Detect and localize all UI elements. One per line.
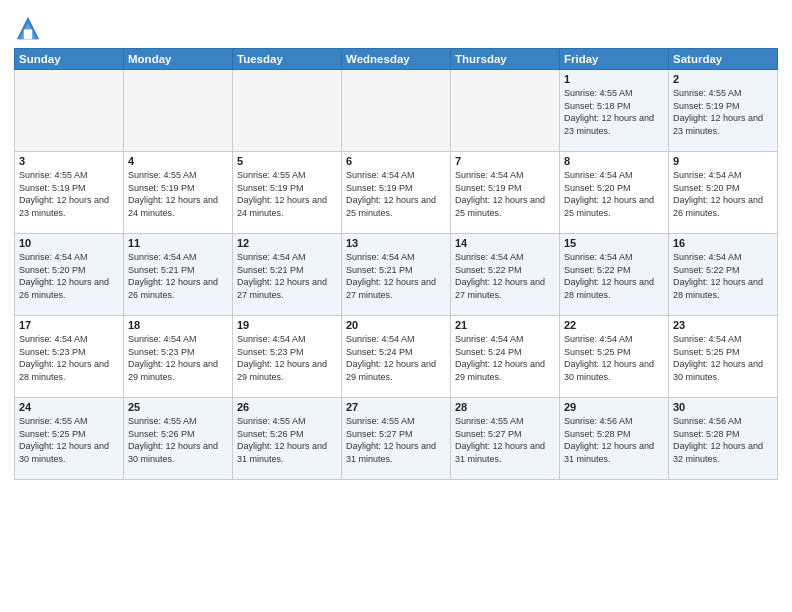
calendar-table: SundayMondayTuesdayWednesdayThursdayFrid…: [14, 48, 778, 480]
day-info: Sunrise: 4:55 AM Sunset: 5:19 PM Dayligh…: [673, 87, 773, 137]
day-number: 20: [346, 319, 446, 331]
day-number: 1: [564, 73, 664, 85]
day-info: Sunrise: 4:54 AM Sunset: 5:22 PM Dayligh…: [564, 251, 664, 301]
day-number: 21: [455, 319, 555, 331]
calendar-page: SundayMondayTuesdayWednesdayThursdayFrid…: [0, 0, 792, 612]
day-info: Sunrise: 4:55 AM Sunset: 5:27 PM Dayligh…: [455, 415, 555, 465]
day-cell: 24Sunrise: 4:55 AM Sunset: 5:25 PM Dayli…: [15, 398, 124, 480]
day-cell: 14Sunrise: 4:54 AM Sunset: 5:22 PM Dayli…: [451, 234, 560, 316]
week-row-2: 10Sunrise: 4:54 AM Sunset: 5:20 PM Dayli…: [15, 234, 778, 316]
day-cell: 20Sunrise: 4:54 AM Sunset: 5:24 PM Dayli…: [342, 316, 451, 398]
day-info: Sunrise: 4:54 AM Sunset: 5:22 PM Dayligh…: [673, 251, 773, 301]
day-number: 12: [237, 237, 337, 249]
day-info: Sunrise: 4:54 AM Sunset: 5:23 PM Dayligh…: [237, 333, 337, 383]
day-cell: 18Sunrise: 4:54 AM Sunset: 5:23 PM Dayli…: [124, 316, 233, 398]
day-cell: 23Sunrise: 4:54 AM Sunset: 5:25 PM Dayli…: [669, 316, 778, 398]
day-number: 8: [564, 155, 664, 167]
day-cell: 7Sunrise: 4:54 AM Sunset: 5:19 PM Daylig…: [451, 152, 560, 234]
day-number: 26: [237, 401, 337, 413]
day-info: Sunrise: 4:54 AM Sunset: 5:25 PM Dayligh…: [564, 333, 664, 383]
day-cell: 16Sunrise: 4:54 AM Sunset: 5:22 PM Dayli…: [669, 234, 778, 316]
day-number: 19: [237, 319, 337, 331]
header: [14, 10, 778, 42]
day-cell: 10Sunrise: 4:54 AM Sunset: 5:20 PM Dayli…: [15, 234, 124, 316]
day-cell: [124, 70, 233, 152]
header-wednesday: Wednesday: [342, 49, 451, 70]
header-sunday: Sunday: [15, 49, 124, 70]
day-number: 24: [19, 401, 119, 413]
day-number: 3: [19, 155, 119, 167]
day-cell: 5Sunrise: 4:55 AM Sunset: 5:19 PM Daylig…: [233, 152, 342, 234]
day-info: Sunrise: 4:55 AM Sunset: 5:19 PM Dayligh…: [128, 169, 228, 219]
header-friday: Friday: [560, 49, 669, 70]
day-cell: 22Sunrise: 4:54 AM Sunset: 5:25 PM Dayli…: [560, 316, 669, 398]
day-info: Sunrise: 4:54 AM Sunset: 5:23 PM Dayligh…: [128, 333, 228, 383]
day-cell: 26Sunrise: 4:55 AM Sunset: 5:26 PM Dayli…: [233, 398, 342, 480]
day-info: Sunrise: 4:54 AM Sunset: 5:21 PM Dayligh…: [346, 251, 446, 301]
day-cell: 8Sunrise: 4:54 AM Sunset: 5:20 PM Daylig…: [560, 152, 669, 234]
header-saturday: Saturday: [669, 49, 778, 70]
day-number: 17: [19, 319, 119, 331]
day-info: Sunrise: 4:54 AM Sunset: 5:20 PM Dayligh…: [564, 169, 664, 219]
day-number: 27: [346, 401, 446, 413]
day-number: 11: [128, 237, 228, 249]
day-cell: 25Sunrise: 4:55 AM Sunset: 5:26 PM Dayli…: [124, 398, 233, 480]
day-cell: 9Sunrise: 4:54 AM Sunset: 5:20 PM Daylig…: [669, 152, 778, 234]
day-cell: 17Sunrise: 4:54 AM Sunset: 5:23 PM Dayli…: [15, 316, 124, 398]
day-number: 13: [346, 237, 446, 249]
day-number: 18: [128, 319, 228, 331]
day-cell: 3Sunrise: 4:55 AM Sunset: 5:19 PM Daylig…: [15, 152, 124, 234]
day-cell: 21Sunrise: 4:54 AM Sunset: 5:24 PM Dayli…: [451, 316, 560, 398]
day-number: 7: [455, 155, 555, 167]
day-info: Sunrise: 4:54 AM Sunset: 5:24 PM Dayligh…: [455, 333, 555, 383]
week-row-3: 17Sunrise: 4:54 AM Sunset: 5:23 PM Dayli…: [15, 316, 778, 398]
day-info: Sunrise: 4:54 AM Sunset: 5:20 PM Dayligh…: [19, 251, 119, 301]
day-info: Sunrise: 4:54 AM Sunset: 5:25 PM Dayligh…: [673, 333, 773, 383]
day-cell: 4Sunrise: 4:55 AM Sunset: 5:19 PM Daylig…: [124, 152, 233, 234]
day-info: Sunrise: 4:54 AM Sunset: 5:19 PM Dayligh…: [455, 169, 555, 219]
day-info: Sunrise: 4:54 AM Sunset: 5:21 PM Dayligh…: [237, 251, 337, 301]
day-number: 25: [128, 401, 228, 413]
day-cell: 6Sunrise: 4:54 AM Sunset: 5:19 PM Daylig…: [342, 152, 451, 234]
day-info: Sunrise: 4:54 AM Sunset: 5:23 PM Dayligh…: [19, 333, 119, 383]
day-info: Sunrise: 4:56 AM Sunset: 5:28 PM Dayligh…: [673, 415, 773, 465]
header-thursday: Thursday: [451, 49, 560, 70]
logo: [14, 14, 44, 42]
day-info: Sunrise: 4:55 AM Sunset: 5:25 PM Dayligh…: [19, 415, 119, 465]
day-number: 16: [673, 237, 773, 249]
day-number: 5: [237, 155, 337, 167]
day-info: Sunrise: 4:55 AM Sunset: 5:19 PM Dayligh…: [19, 169, 119, 219]
day-number: 9: [673, 155, 773, 167]
day-cell: 12Sunrise: 4:54 AM Sunset: 5:21 PM Dayli…: [233, 234, 342, 316]
day-number: 23: [673, 319, 773, 331]
day-info: Sunrise: 4:54 AM Sunset: 5:22 PM Dayligh…: [455, 251, 555, 301]
logo-icon: [14, 14, 42, 42]
day-number: 14: [455, 237, 555, 249]
day-number: 29: [564, 401, 664, 413]
week-row-1: 3Sunrise: 4:55 AM Sunset: 5:19 PM Daylig…: [15, 152, 778, 234]
day-cell: 29Sunrise: 4:56 AM Sunset: 5:28 PM Dayli…: [560, 398, 669, 480]
day-cell: 30Sunrise: 4:56 AM Sunset: 5:28 PM Dayli…: [669, 398, 778, 480]
day-number: 30: [673, 401, 773, 413]
week-row-4: 24Sunrise: 4:55 AM Sunset: 5:25 PM Dayli…: [15, 398, 778, 480]
day-cell: 28Sunrise: 4:55 AM Sunset: 5:27 PM Dayli…: [451, 398, 560, 480]
day-cell: 2Sunrise: 4:55 AM Sunset: 5:19 PM Daylig…: [669, 70, 778, 152]
day-cell: 13Sunrise: 4:54 AM Sunset: 5:21 PM Dayli…: [342, 234, 451, 316]
day-info: Sunrise: 4:56 AM Sunset: 5:28 PM Dayligh…: [564, 415, 664, 465]
day-cell: [233, 70, 342, 152]
day-info: Sunrise: 4:55 AM Sunset: 5:27 PM Dayligh…: [346, 415, 446, 465]
day-info: Sunrise: 4:54 AM Sunset: 5:19 PM Dayligh…: [346, 169, 446, 219]
day-cell: 15Sunrise: 4:54 AM Sunset: 5:22 PM Dayli…: [560, 234, 669, 316]
day-info: Sunrise: 4:55 AM Sunset: 5:26 PM Dayligh…: [128, 415, 228, 465]
day-cell: 1Sunrise: 4:55 AM Sunset: 5:18 PM Daylig…: [560, 70, 669, 152]
day-info: Sunrise: 4:54 AM Sunset: 5:21 PM Dayligh…: [128, 251, 228, 301]
calendar-header-row: SundayMondayTuesdayWednesdayThursdayFrid…: [15, 49, 778, 70]
day-cell: 11Sunrise: 4:54 AM Sunset: 5:21 PM Dayli…: [124, 234, 233, 316]
day-number: 6: [346, 155, 446, 167]
day-number: 10: [19, 237, 119, 249]
day-info: Sunrise: 4:55 AM Sunset: 5:26 PM Dayligh…: [237, 415, 337, 465]
day-cell: [342, 70, 451, 152]
day-cell: [15, 70, 124, 152]
day-number: 22: [564, 319, 664, 331]
day-info: Sunrise: 4:54 AM Sunset: 5:24 PM Dayligh…: [346, 333, 446, 383]
